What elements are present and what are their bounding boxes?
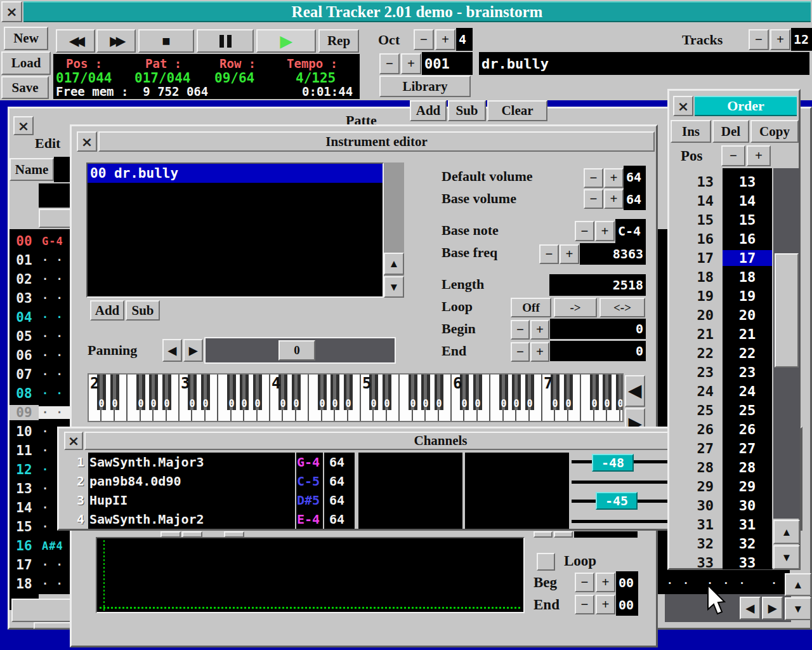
end-plus-button[interactable]: + (530, 342, 549, 362)
order-copy-button[interactable]: Copy (750, 120, 799, 143)
black-key[interactable]: 0 (253, 375, 262, 410)
default-volume-minus-button[interactable]: − (584, 168, 603, 188)
order-row[interactable]: 17 17 (672, 248, 772, 267)
pattern-add-button[interactable]: Add (410, 100, 447, 121)
pattern-row[interactable]: 03 · · · (10, 289, 79, 308)
instrument-name-field[interactable]: dr.bully (479, 52, 809, 75)
keyboard-octave[interactable]: 3 0 0 0 0 0 (180, 375, 270, 421)
pattern-bottom-bar[interactable] (11, 599, 73, 622)
octave-value[interactable]: 4 (456, 28, 473, 51)
main-close-button[interactable]: × (1, 1, 22, 22)
base-volume-plus-button[interactable]: + (604, 189, 624, 209)
instrument-editor-close-button[interactable]: × (77, 131, 97, 152)
instrument-list[interactable]: 00 dr.bully (86, 162, 384, 298)
order-row[interactable]: 18 18 (672, 267, 772, 286)
default-volume-plus-button[interactable]: + (604, 168, 624, 188)
instrument-list-selected-item[interactable]: 00 dr.bully (88, 164, 383, 183)
pattern-scroll-up-button[interactable]: ▲ (785, 573, 811, 596)
play-button[interactable]: ▶ (256, 29, 316, 53)
instrument-keyboard[interactable]: 2 0 0 0 0 0 3 0 0 0 0 0 4 0 0 0 0 (88, 373, 624, 422)
order-row[interactable]: 29 29 (672, 477, 772, 496)
instrument-list-down-button[interactable]: ▼ (384, 276, 404, 298)
black-key[interactable]: 0 (421, 375, 430, 410)
channel-row[interactable]: 2 pan9b84.0d90 C-5 64 (65, 472, 355, 491)
library-button[interactable]: Library (379, 76, 471, 97)
order-row[interactable]: 32 32 (672, 534, 772, 553)
base-note-plus-button[interactable]: + (595, 221, 615, 241)
order-row[interactable]: 16 16 (672, 229, 772, 248)
base-freq-minus-button[interactable]: − (539, 244, 559, 264)
channel-row[interactable]: 3 HupII D#5 64 (65, 491, 355, 510)
pattern-scroll-down-button[interactable]: ▼ (785, 597, 811, 620)
sample-beg-plus-button[interactable]: + (596, 573, 615, 592)
begin-value[interactable]: 0 (550, 319, 646, 339)
instrument-number[interactable]: 001 (422, 52, 473, 75)
instrument-editor-title-bar[interactable]: Instrument editor (98, 131, 655, 152)
channels-close-button[interactable]: × (64, 432, 83, 450)
channel-pan-thumb[interactable]: -48 (592, 454, 634, 472)
pattern-row[interactable]: 07 · · · (10, 365, 79, 384)
sample-end-plus-button[interactable]: + (596, 595, 615, 614)
black-key[interactable]: 0 (344, 375, 353, 410)
order-row[interactable]: 21 21 (672, 324, 772, 343)
tracks-minus-button[interactable]: − (749, 29, 769, 50)
order-pos-minus-button[interactable]: − (721, 145, 745, 166)
tracks-plus-button[interactable]: + (770, 29, 790, 50)
order-row[interactable]: 23 23 (672, 362, 772, 381)
base-note-value[interactable]: C-4 (615, 219, 646, 243)
pattern-row[interactable]: 09 · · · (10, 403, 79, 422)
order-row[interactable]: 28 28 (672, 458, 772, 477)
black-key[interactable]: 0 (240, 375, 249, 410)
instrument-minus-button[interactable]: − (379, 53, 400, 74)
order-row[interactable]: 13 13 (672, 172, 772, 191)
pattern-row[interactable]: 18 · · · (10, 574, 79, 594)
order-title-bar[interactable]: Order (695, 96, 797, 116)
repeat-button[interactable]: Rep (318, 29, 359, 53)
order-row[interactable]: 31 31 (672, 515, 772, 534)
save-button[interactable]: Save (1, 76, 49, 99)
sample-end-minus-button[interactable]: − (575, 595, 594, 614)
keyboard-octave[interactable]: 4 0 0 0 0 0 (270, 375, 361, 421)
pause-button[interactable] (197, 29, 254, 53)
pattern-close-button[interactable]: × (13, 116, 34, 135)
sample-waveform-display[interactable] (96, 537, 525, 613)
order-row[interactable]: 26 26 (672, 420, 772, 439)
pattern-row[interactable]: 02 · · · (10, 270, 79, 289)
order-pos-plus-button[interactable]: + (747, 145, 771, 166)
black-key[interactable]: 0 (201, 375, 210, 410)
loop-pingpong-button[interactable]: <-> (599, 298, 645, 317)
panning-right-button[interactable]: ▶ (183, 339, 203, 362)
main-title-bar[interactable]: Real Tracker 2.01 demo - brainstorm (23, 1, 811, 22)
pattern-clear-button[interactable]: Clear (487, 100, 547, 121)
new-button[interactable]: New (4, 27, 48, 50)
pattern-rows[interactable]: 00 G-4 01 · · · 02 · · · 03 · · · 04 · ·… (10, 232, 79, 594)
base-freq-value[interactable]: 8363 (580, 243, 646, 265)
order-row[interactable]: 14 14 (672, 191, 772, 210)
stop-button[interactable]: ■ (138, 29, 194, 53)
keyboard-scroll-left-button[interactable]: ◀ (625, 375, 645, 407)
loop-forward-button[interactable]: -> (554, 298, 597, 317)
order-scroll-up-button[interactable]: ▲ (773, 520, 800, 544)
order-scrollbar-thumb[interactable] (775, 253, 799, 368)
sample-beg-minus-button[interactable]: − (575, 573, 594, 592)
octave-plus-button[interactable]: + (435, 29, 455, 50)
order-row[interactable]: 27 27 (672, 439, 772, 458)
order-row[interactable]: 19 19 (672, 286, 772, 305)
rewind-button[interactable]: ◀◀ (56, 29, 95, 53)
black-key[interactable]: 0 (603, 375, 612, 410)
order-row[interactable]: 15 15 (672, 210, 772, 229)
loop-off-button[interactable]: Off (511, 298, 551, 317)
channel-pan-thumb[interactable]: -45 (596, 492, 638, 510)
pattern-sub-button[interactable]: Sub (448, 100, 486, 121)
order-row[interactable]: 22 22 (672, 343, 772, 362)
pattern-row[interactable]: 04 · · · (10, 308, 79, 327)
pattern-scroll-left-button[interactable]: ◀ (740, 597, 761, 620)
base-freq-plus-button[interactable]: + (560, 244, 579, 264)
pattern-row[interactable]: 06 · · · (10, 346, 79, 365)
load-button[interactable]: Load (1, 51, 51, 75)
keyboard-octave[interactable]: 5 0 0 0 0 0 (361, 375, 452, 421)
keyboard-octave[interactable]: 2 0 0 0 0 0 (89, 375, 180, 421)
keyboard-octave[interactable]: 6 0 0 0 0 0 (452, 375, 542, 421)
order-row[interactable]: 24 24 (672, 381, 772, 401)
panning-slider-thumb[interactable]: 0 (278, 340, 315, 361)
